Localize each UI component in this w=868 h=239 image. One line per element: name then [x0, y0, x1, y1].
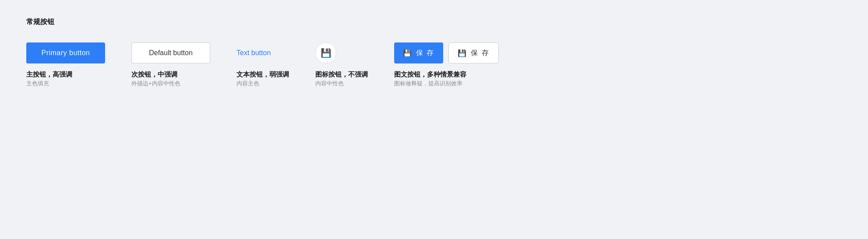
icon-button-group: 💾 图标按钮，不强调 内容中性色 — [315, 42, 368, 88]
icon-text-default-button[interactable]: 💾 保 存 — [448, 42, 498, 63]
text-button-description: 文本按钮，弱强调 内容主色 — [236, 70, 289, 88]
default-button-description: 次按钮，中强调 外描边+内容中性色 — [131, 70, 180, 88]
icon-button[interactable]: 💾 — [315, 42, 336, 63]
primary-desc-main: 主按钮，高强调 — [26, 70, 72, 79]
icon-desc-main: 图标按钮，不强调 — [315, 70, 368, 79]
text-button-label: Text button — [236, 49, 271, 57]
default-button[interactable]: Default button — [131, 42, 210, 63]
primary-button[interactable]: Primary button — [26, 42, 105, 63]
icon-text-primary-button[interactable]: 💾 保 存 — [394, 42, 443, 63]
icon-text-primary-icon: 💾 — [403, 49, 413, 57]
text-button[interactable]: Text button — [236, 42, 271, 63]
icon-text-desc-sub: 图标做释疑，提高识别效率 — [394, 80, 466, 88]
icon-text-primary-label: 保 存 — [416, 49, 434, 58]
default-button-group: Default button 次按钮，中强调 外描边+内容中性色 — [131, 42, 210, 88]
default-desc-main: 次按钮，中强调 — [131, 70, 180, 79]
default-desc-sub: 外描边+内容中性色 — [131, 80, 180, 88]
icon-button-description: 图标按钮，不强调 内容中性色 — [315, 70, 368, 88]
primary-button-group: Primary button 主按钮，高强调 主色填充 — [26, 42, 105, 88]
primary-desc-sub: 主色填充 — [26, 80, 72, 88]
icon-text-default-icon: 💾 — [458, 49, 467, 57]
icon-text-desc-main: 图文按钮，多种情景兼容 — [394, 70, 466, 79]
default-button-label: Default button — [149, 49, 193, 57]
icon-desc-sub: 内容中性色 — [315, 80, 368, 88]
text-button-group: Text button 文本按钮，弱强调 内容主色 — [236, 42, 289, 88]
icon-text-default-label: 保 存 — [471, 49, 489, 58]
floppy-disk-icon: 💾 — [321, 48, 332, 58]
text-desc-sub: 内容主色 — [236, 80, 289, 88]
buttons-row: Primary button 主按钮，高强调 主色填充 Default butt… — [26, 42, 842, 88]
section-title: 常规按钮 — [26, 18, 842, 27]
icon-text-button-description: 图文按钮，多种情景兼容 图标做释疑，提高识别效率 — [394, 70, 466, 88]
icon-text-button-group: 💾 保 存 💾 保 存 图文按钮，多种情景兼容 图标做释疑，提高识别效率 — [394, 42, 499, 88]
text-desc-main: 文本按钮，弱强调 — [236, 70, 289, 79]
primary-button-description: 主按钮，高强调 主色填充 — [26, 70, 72, 88]
primary-button-label: Primary button — [41, 49, 90, 57]
icon-text-button-row: 💾 保 存 💾 保 存 — [394, 42, 499, 63]
main-container: 常规按钮 Primary button 主按钮，高强调 主色填充 Default… — [26, 18, 842, 88]
